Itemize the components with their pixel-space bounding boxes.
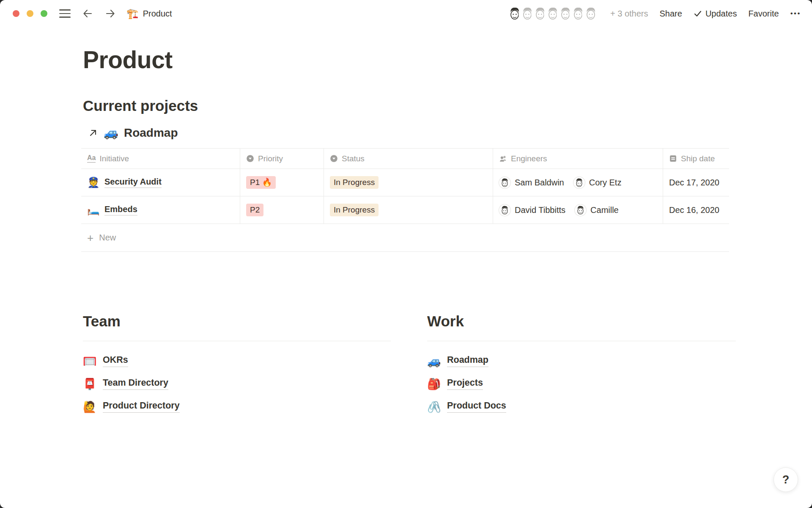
- page-link-team-directory[interactable]: 📮 Team Directory: [83, 378, 168, 390]
- text-property-icon: Aa: [87, 155, 96, 163]
- backpack-emoji: 🎒: [427, 378, 441, 389]
- page-link-label: Product Docs: [447, 400, 506, 413]
- updates-button[interactable]: Updates: [694, 9, 737, 19]
- page-link-label: Roadmap: [447, 355, 488, 367]
- northeast-arrow-icon: [88, 128, 98, 138]
- avatar: [573, 177, 585, 188]
- column-label: Ship date: [681, 154, 715, 163]
- app-window: 🏗️ Product + 3 others Share Updat: [0, 0, 812, 508]
- more-options-button[interactable]: •••: [790, 9, 801, 18]
- status-badge: In Progress: [330, 176, 379, 189]
- viewer-avatars[interactable]: [507, 6, 599, 22]
- question-mark-icon: ?: [782, 473, 790, 486]
- back-arrow-icon: [82, 8, 93, 19]
- ship-date-cell[interactable]: Dec 16, 2020: [663, 196, 729, 224]
- select-property-icon: [330, 155, 338, 163]
- team-section: Team 🥅 OKRs 📮 Team Directory 🙋 Product D…: [83, 313, 391, 423]
- table-row[interactable]: 👮 Security Audit P1 🔥 In Progress Sam Ba…: [81, 169, 729, 196]
- plus-icon: +: [87, 232, 93, 243]
- page-link-roadmap[interactable]: 🚙 Roadmap: [427, 355, 488, 367]
- titlebar-actions: + 3 others Share Updates Favorite •••: [507, 6, 801, 22]
- date-property-icon: [669, 155, 677, 163]
- roadmap-link-label: Roadmap: [124, 126, 178, 140]
- initiative-cell[interactable]: 👮 Security Audit: [81, 169, 240, 196]
- work-section: Work 🚙 Roadmap 🎒 Projects 🖇️ Product Doc…: [427, 313, 736, 423]
- sidebar-menu-icon[interactable]: [59, 9, 71, 17]
- avatar: [499, 204, 510, 216]
- help-button[interactable]: ?: [774, 467, 798, 492]
- favorite-button[interactable]: Favorite: [748, 9, 779, 19]
- car-emoji: 🚙: [427, 356, 441, 367]
- column-header-engineers[interactable]: Engineers: [493, 149, 663, 168]
- initiative-page-link[interactable]: Security Audit: [104, 177, 162, 188]
- priority-badge: P2: [246, 204, 263, 217]
- avatar: [499, 177, 510, 188]
- link-columns: Team 🥅 OKRs 📮 Team Directory 🙋 Product D…: [83, 313, 812, 423]
- favorite-label: Favorite: [748, 9, 779, 19]
- initiative-page-link[interactable]: Embeds: [104, 204, 137, 215]
- priority-cell[interactable]: P2: [240, 196, 324, 224]
- page-link-label: Product Directory: [103, 400, 180, 413]
- new-row-label: New: [99, 233, 116, 243]
- share-button[interactable]: Share: [660, 9, 682, 19]
- roadmap-database-link[interactable]: 🚙 Roadmap: [88, 126, 178, 140]
- table-header-row: Aa Initiative Priority Status: [81, 149, 729, 169]
- table-new-row-button[interactable]: + New: [81, 224, 729, 252]
- engineers-cell[interactable]: David Tibbitts Camille: [493, 196, 663, 224]
- column-header-initiative[interactable]: Aa Initiative: [81, 149, 240, 168]
- engineer-chip[interactable]: Sam Baldwin: [499, 177, 564, 188]
- goal-net-emoji: 🥅: [83, 356, 96, 367]
- roadmap-table: Aa Initiative Priority Status: [81, 148, 729, 252]
- police-officer-emoji: 👮: [87, 177, 100, 188]
- status-cell[interactable]: In Progress: [324, 169, 493, 196]
- raising-hand-emoji: 🙋: [83, 401, 96, 412]
- table-row[interactable]: 🛏️ Embeds P2 In Progress David Tibbitts: [81, 196, 729, 224]
- minimize-window-button[interactable]: [27, 10, 33, 17]
- page-link-okrs[interactable]: 🥅 OKRs: [83, 355, 128, 367]
- engineer-name: Camille: [590, 205, 619, 215]
- page-content: Product Current projects 🚙 Roadmap Aa In…: [0, 46, 812, 423]
- initiative-cell[interactable]: 🛏️ Embeds: [81, 196, 240, 224]
- page-emoji-crane: 🏗️: [126, 9, 139, 19]
- column-label: Engineers: [511, 154, 547, 163]
- page-link-label: OKRs: [103, 355, 128, 367]
- zoom-window-button[interactable]: [41, 10, 47, 17]
- priority-cell[interactable]: P1 🔥: [240, 169, 324, 196]
- page-link-product-directory[interactable]: 🙋 Product Directory: [83, 400, 180, 413]
- work-heading: Work: [427, 313, 736, 330]
- titlebar: 🏗️ Product + 3 others Share Updat: [0, 0, 812, 27]
- page-link-product-docs[interactable]: 🖇️ Product Docs: [427, 400, 506, 413]
- page-link-projects[interactable]: 🎒 Projects: [427, 378, 483, 390]
- ellipsis-icon: •••: [790, 9, 801, 18]
- breadcrumb[interactable]: 🏗️ Product: [126, 9, 172, 19]
- team-heading: Team: [83, 313, 391, 330]
- paperclips-emoji: 🖇️: [427, 401, 441, 412]
- engineers-cell[interactable]: Sam Baldwin Cory Etz: [493, 169, 663, 196]
- postbox-emoji: 📮: [83, 378, 96, 389]
- divider: [427, 341, 736, 341]
- others-count[interactable]: + 3 others: [610, 9, 648, 19]
- avatar[interactable]: [583, 6, 599, 22]
- forward-button[interactable]: [104, 8, 116, 19]
- back-button[interactable]: [82, 8, 93, 19]
- ship-date-value: Dec 16, 2020: [669, 205, 719, 215]
- engineer-chip[interactable]: David Tibbitts: [499, 204, 565, 216]
- column-label: Initiative: [99, 154, 129, 163]
- engineer-name: David Tibbitts: [515, 205, 565, 215]
- ship-date-value: Dec 17, 2020: [669, 178, 719, 188]
- status-cell[interactable]: In Progress: [324, 196, 493, 224]
- column-header-status[interactable]: Status: [324, 149, 493, 168]
- close-window-button[interactable]: [13, 10, 19, 17]
- column-header-priority[interactable]: Priority: [240, 149, 324, 168]
- engineer-name: Sam Baldwin: [515, 178, 564, 188]
- engineer-chip[interactable]: Camille: [575, 204, 619, 216]
- updates-label: Updates: [705, 9, 737, 19]
- select-property-icon: [246, 155, 254, 163]
- ship-date-cell[interactable]: Dec 17, 2020: [663, 169, 729, 196]
- column-header-ship-date[interactable]: Ship date: [663, 149, 729, 168]
- breadcrumb-page-title: Product: [143, 9, 172, 19]
- column-label: Status: [342, 154, 365, 163]
- status-badge: In Progress: [330, 204, 379, 217]
- divider: [83, 341, 391, 341]
- engineer-chip[interactable]: Cory Etz: [573, 177, 622, 188]
